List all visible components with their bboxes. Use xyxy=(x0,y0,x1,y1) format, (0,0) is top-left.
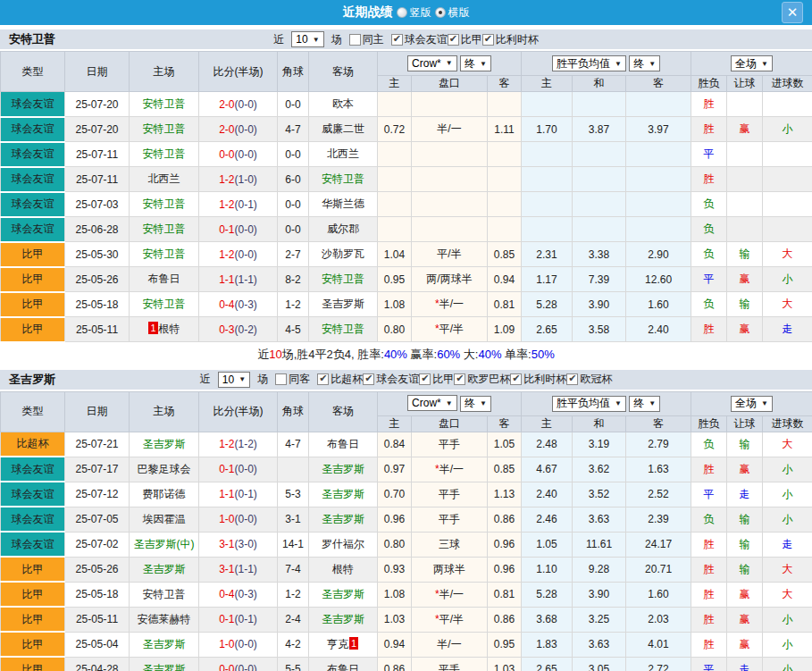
match-count-select[interactable]: 10▼ xyxy=(291,31,323,47)
checkbox-icon xyxy=(349,34,361,46)
checkbox-icon xyxy=(363,373,374,385)
avg-time-select[interactable]: 终▼ xyxy=(629,55,660,71)
away-team-cell[interactable]: 圣吉罗斯 xyxy=(309,457,378,482)
avg-draw-cell: 3.52 xyxy=(573,482,626,507)
scope-select[interactable]: 全场▼ xyxy=(731,396,773,412)
home-team-cell[interactable]: 安特卫普 xyxy=(130,582,199,607)
home-team-cell[interactable]: 安特卫普 xyxy=(130,117,199,142)
home-team-cell[interactable]: 安特卫普 xyxy=(130,217,199,242)
away-team-cell[interactable]: 安特卫普 xyxy=(309,267,378,292)
home-team-cell[interactable]: 北西兰 xyxy=(130,167,199,192)
away-team-cell[interactable]: 亨克1 xyxy=(309,632,378,657)
col-header-home: 主场 xyxy=(130,52,199,92)
home-team-cell[interactable]: 安特卫普 xyxy=(130,192,199,217)
away-team-cell[interactable]: 圣吉罗斯 xyxy=(309,607,378,632)
home-team-cell[interactable]: 安特卫普 xyxy=(130,142,199,167)
league-filter-checkbox[interactable]: 欧罗巴杯 xyxy=(454,372,510,387)
away-team-cell[interactable]: 布鲁日 xyxy=(309,432,378,457)
same-venue-checkbox[interactable]: 同主 xyxy=(349,32,384,47)
away-team-cell[interactable]: 根特 xyxy=(309,557,378,582)
team-link-label: 布鲁日 xyxy=(327,663,359,671)
avg-draw-cell: 3.25 xyxy=(573,607,626,632)
avg-odds-select[interactable]: 胜平负均值▼ xyxy=(552,396,626,412)
away-team-cell[interactable]: 圣吉罗斯 xyxy=(309,582,378,607)
scope-select[interactable]: 全场▼ xyxy=(731,55,773,71)
same-venue-checkbox[interactable]: 同客 xyxy=(275,372,310,387)
home-team-cell[interactable]: 圣吉罗斯 xyxy=(130,657,199,671)
team-link-label: 罗什福尔 xyxy=(322,538,364,550)
league-filter-checkbox[interactable]: 球会友谊 xyxy=(363,372,419,387)
home-team-cell[interactable]: 安特卫普 xyxy=(130,292,199,317)
result-wdl-cell: 胜 xyxy=(691,117,727,142)
away-team-cell[interactable]: 威廉二世 xyxy=(309,117,378,142)
team-link-label: 北西兰 xyxy=(148,172,180,185)
league-filter-checkbox[interactable]: 比利时杯 xyxy=(510,372,566,387)
team-link-label: 安特卫普 xyxy=(143,222,186,235)
avg-draw-cell: 3.58 xyxy=(573,317,626,342)
away-team-cell[interactable]: 安特卫普 xyxy=(309,167,378,192)
away-team-cell[interactable]: 威尔郡 xyxy=(309,217,378,242)
home-team-cell[interactable]: 安德莱赫特 xyxy=(130,607,199,632)
home-team-cell[interactable]: 安特卫普 xyxy=(130,242,199,267)
match-count-select[interactable]: 10▼ xyxy=(218,372,250,388)
team-link-label: 安特卫普 xyxy=(143,588,186,600)
result-goals-cell: 小 xyxy=(763,507,812,532)
away-team-cell[interactable]: 沙勒罗瓦 xyxy=(309,242,378,267)
league-filter-checkbox[interactable]: 比利时杯 xyxy=(482,32,539,47)
avg-odds-value: 胜平负均值 xyxy=(557,396,610,411)
home-team-cell[interactable]: 布鲁日 xyxy=(130,267,199,292)
home-team-cell[interactable]: 埃因霍温 xyxy=(130,507,199,532)
home-team-cell[interactable]: 圣吉罗斯 xyxy=(130,432,199,457)
sub-header-handicap: 盘口 xyxy=(412,415,488,432)
away-team-cell[interactable]: 北西兰 xyxy=(309,142,378,167)
home-team-cell[interactable]: 圣吉罗斯 xyxy=(130,557,199,582)
league-filter-checkbox[interactable]: 比甲 xyxy=(419,372,454,387)
handicap-cell: *半/一 xyxy=(412,582,488,607)
odds-time-select[interactable]: 终▼ xyxy=(460,55,491,71)
away-team-cell[interactable]: 圣吉罗斯 xyxy=(309,482,378,507)
home-team-cell[interactable]: 巴黎足球会 xyxy=(130,457,199,482)
date-cell: 25-04-28 xyxy=(65,657,130,671)
odds-time-select[interactable]: 终▼ xyxy=(460,396,491,412)
layout-radio-horizontal[interactable]: 横版 xyxy=(435,5,470,21)
away-team-cell[interactable]: 圣吉罗斯 xyxy=(309,292,378,317)
result-wdl-cell: 胜 xyxy=(691,457,727,482)
away-team-cell[interactable]: 圣吉罗斯 xyxy=(309,507,378,532)
close-button[interactable]: ✕ xyxy=(782,2,803,23)
league-type-cell: 比甲 xyxy=(1,267,65,292)
avg-time-value: 终 xyxy=(633,56,644,71)
league-filter-checkbox[interactable]: 比超杯 xyxy=(317,372,363,387)
odds-company-select[interactable]: Crow*▼ xyxy=(407,55,457,71)
away-team-cell[interactable]: 欧本 xyxy=(309,92,378,117)
result-handicap-cell: 输 xyxy=(727,557,763,582)
team-link-label: 安特卫普 xyxy=(143,197,186,210)
filter-controls: 近 10▼ 场 同客 比超杯球会友谊比甲欧罗巴杯比利时杯欧冠杯 xyxy=(200,372,612,388)
result-goals-cell: 大 xyxy=(763,557,812,582)
league-filter-checkbox[interactable]: 球会友谊 xyxy=(391,32,448,47)
odds-company-select[interactable]: Crow*▼ xyxy=(407,395,457,411)
league-filter-checkbox[interactable]: 比甲 xyxy=(448,32,482,47)
league-filter-checkbox[interactable]: 欧冠杯 xyxy=(566,372,612,387)
layout-radio-vertical[interactable]: 竖版 xyxy=(397,5,431,21)
avg-time-select[interactable]: 终▼ xyxy=(629,396,660,412)
away-team-cell[interactable]: 华斯兰德 xyxy=(309,192,378,217)
team-name: 安特卫普 xyxy=(9,31,55,47)
home-team-cell[interactable]: 圣吉罗斯 xyxy=(130,632,199,657)
away-team-cell[interactable]: 布鲁日 xyxy=(309,657,378,671)
league-type-cell: 球会友谊 xyxy=(1,192,65,217)
avg-away-cell: 2.40 xyxy=(626,317,691,342)
home-team-cell[interactable]: 1根特 xyxy=(130,317,199,342)
result-handicap-cell: 赢 xyxy=(727,582,763,607)
result-goals-cell: 小 xyxy=(763,117,812,142)
match-row: 球会友谊25-07-11安特卫普0-0(0-0)0-0北西兰平 xyxy=(1,142,812,167)
away-team-cell[interactable]: 安特卫普 xyxy=(309,317,378,342)
corner-cell: 2-7 xyxy=(278,242,309,267)
team-link-label: 圣吉罗斯 xyxy=(322,463,364,475)
avg-odds-select[interactable]: 胜平负均值▼ xyxy=(552,55,626,71)
home-team-cell[interactable]: 圣吉罗斯(中) xyxy=(130,532,199,557)
home-team-cell[interactable]: 费耶诺德 xyxy=(130,482,199,507)
corner-cell xyxy=(278,457,309,482)
avg-odds-value: 胜平负均值 xyxy=(557,56,610,71)
home-team-cell[interactable]: 安特卫普 xyxy=(130,92,199,117)
away-team-cell[interactable]: 罗什福尔 xyxy=(309,532,378,557)
